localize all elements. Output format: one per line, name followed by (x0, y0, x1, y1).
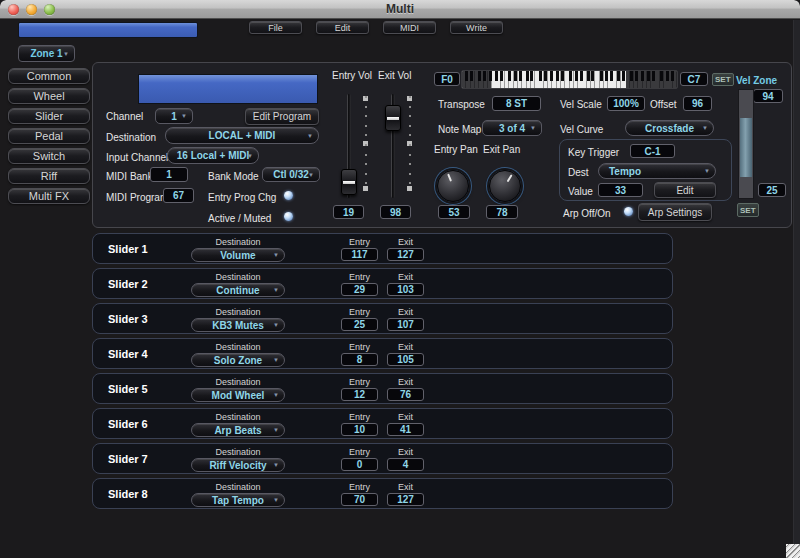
slider6-entry-value[interactable]: 10 (341, 423, 378, 436)
chevron-down-icon: ▼ (307, 133, 313, 139)
entry-vol-value[interactable]: 19 (333, 205, 364, 219)
active-muted-led[interactable] (284, 212, 293, 221)
slider1-entry-value[interactable]: 117 (341, 248, 378, 261)
menu-midi-button[interactable]: MIDI (383, 21, 436, 34)
entry-vol-fader-handle[interactable] (341, 169, 357, 195)
menu-write-button[interactable]: Write (450, 21, 503, 34)
vel-curve-dropdown[interactable]: Crossfade ▼ (625, 120, 714, 136)
slider8-exit-value[interactable]: 127 (387, 493, 424, 506)
input-channel-dropdown[interactable]: 16 Local + MIDI ▼ (167, 147, 259, 164)
entry-pan-knob[interactable] (437, 170, 469, 202)
slider6-exit-value[interactable]: 41 (387, 423, 424, 436)
sidebar-item-wheel[interactable]: Wheel (8, 88, 90, 104)
zone-selector-dropdown[interactable]: Zone 1 ▼ (18, 45, 75, 62)
slider7-entry-value[interactable]: 0 (341, 458, 378, 471)
sidebar-item-slider[interactable]: Slider (8, 108, 90, 124)
entry-header: Entry (341, 237, 378, 247)
chevron-down-icon: ▼ (273, 497, 279, 503)
slider5-destination-dropdown[interactable]: Mod Wheel ▼ (191, 388, 285, 402)
slider-row-title: Slider 8 (108, 488, 178, 500)
sidebar-item-switch[interactable]: Switch (8, 148, 90, 164)
slider4-destination-dropdown[interactable]: Solo Zone ▼ (191, 353, 285, 367)
entry-prog-chg-led[interactable] (284, 191, 293, 200)
menu-edit-button[interactable]: Edit (316, 21, 369, 34)
arp-settings-button[interactable]: Arp Settings (638, 203, 712, 221)
entry-pan-value[interactable]: 53 (438, 205, 470, 219)
slider3-exit-value[interactable]: 107 (387, 318, 424, 331)
key-trigger-edit-button[interactable]: Edit (654, 182, 716, 198)
key-trigger-dest-dropdown[interactable]: Tempo ▼ (598, 163, 716, 179)
key-range-set-button[interactable]: SET (712, 73, 734, 86)
key-trigger-value-field[interactable]: 33 (598, 183, 643, 197)
slider8-destination-dropdown[interactable]: Tap Tempo ▼ (191, 493, 285, 507)
entry-vol-fader[interactable] (347, 94, 351, 198)
slider2-exit-value[interactable]: 103 (387, 283, 424, 296)
note-map-value: 3 of 4 (499, 123, 525, 134)
exit-header: Exit (387, 447, 424, 457)
midi-program-field[interactable]: 67 (163, 188, 194, 203)
midi-bank-field[interactable]: 1 (150, 167, 188, 182)
slider5-entry-value[interactable]: 12 (341, 388, 378, 401)
destination-value: LOCAL + MIDI (209, 130, 276, 141)
zone-selector-value: Zone 1 (30, 48, 62, 59)
slider7-exit-value[interactable]: 4 (387, 458, 424, 471)
resize-grip[interactable] (786, 544, 800, 558)
sidebar-item-common[interactable]: Common (8, 68, 90, 84)
scrollbar-track[interactable] (793, 20, 800, 558)
vel-zone-high-value[interactable]: 94 (753, 89, 783, 103)
vel-zone-bar[interactable] (738, 89, 754, 199)
exit-pan-knob[interactable] (489, 170, 521, 202)
midi-program-label: MIDI Program (106, 192, 168, 203)
exit-header: Exit (387, 377, 424, 387)
slider4-exit-value[interactable]: 105 (387, 353, 424, 366)
multi-name-field[interactable] (18, 22, 198, 38)
sidebar-item-riff[interactable]: Riff (8, 168, 90, 184)
exit-vol-fader-handle[interactable] (385, 105, 401, 131)
vel-zone-set-button[interactable]: SET (737, 203, 759, 217)
menu-file-button[interactable]: File (249, 21, 302, 34)
slider2-entry-value[interactable]: 29 (341, 283, 378, 296)
chevron-down-icon: ▼ (273, 252, 279, 258)
keyboard-range-display[interactable] (461, 70, 678, 89)
destination-label: Destination (106, 132, 156, 143)
slider7-destination-dropdown[interactable]: Riff Velocity ▼ (191, 458, 285, 472)
program-name-field[interactable] (138, 74, 318, 104)
offset-field[interactable]: 96 (683, 96, 712, 111)
slider-row-title: Slider 2 (108, 278, 178, 290)
slider8-entry-value[interactable]: 70 (341, 493, 378, 506)
destination-dropdown[interactable]: LOCAL + MIDI ▼ (165, 127, 319, 144)
exit-vol-fader[interactable] (391, 94, 395, 198)
bank-mode-dropdown[interactable]: Ctl 0/32 ▼ (262, 167, 320, 182)
key-trigger-key-field[interactable]: C-1 (630, 144, 675, 158)
chevron-down-icon: ▼ (273, 427, 279, 433)
slider1-destination-dropdown[interactable]: Volume ▼ (191, 248, 285, 262)
vel-zone-low-value[interactable]: 25 (758, 183, 786, 197)
slider4-entry-value[interactable]: 8 (341, 353, 378, 366)
slider3-destination-dropdown[interactable]: KB3 Mutes ▼ (191, 318, 285, 332)
slider3-entry-value[interactable]: 25 (341, 318, 378, 331)
slider5-exit-value[interactable]: 76 (387, 388, 424, 401)
arp-onoff-led[interactable] (624, 207, 633, 216)
transpose-field[interactable]: 8 ST (492, 96, 541, 111)
entry-header: Entry (341, 377, 378, 387)
slider-row-title: Slider 4 (108, 348, 178, 360)
exit-pan-value[interactable]: 78 (486, 205, 518, 219)
key-range-high-field[interactable]: C7 (680, 72, 708, 86)
sidebar-item-multifx[interactable]: Multi FX (8, 188, 90, 204)
channel-value: 1 (171, 111, 177, 122)
vel-scale-field[interactable]: 100% (607, 96, 645, 111)
sidebar-item-pedal[interactable]: Pedal (8, 128, 90, 144)
edit-program-button[interactable]: Edit Program (245, 108, 319, 125)
slider1-exit-value[interactable]: 127 (387, 248, 424, 261)
key-range-low-field[interactable]: F0 (434, 72, 460, 86)
note-map-dropdown[interactable]: 3 of 4 ▼ (482, 120, 542, 136)
chevron-down-icon: ▼ (704, 168, 710, 174)
channel-dropdown[interactable]: 1 ▼ (155, 108, 193, 124)
chevron-down-icon: ▼ (273, 357, 279, 363)
slider2-destination-dropdown[interactable]: Continue ▼ (191, 283, 285, 297)
exit-vol-value[interactable]: 98 (380, 205, 411, 219)
slider6-destination-dropdown[interactable]: Arp Beats ▼ (191, 423, 285, 437)
exit-header: Exit (387, 342, 424, 352)
title-bar[interactable]: Multi (0, 0, 800, 19)
input-channel-value: 16 Local + MIDI (177, 150, 250, 161)
